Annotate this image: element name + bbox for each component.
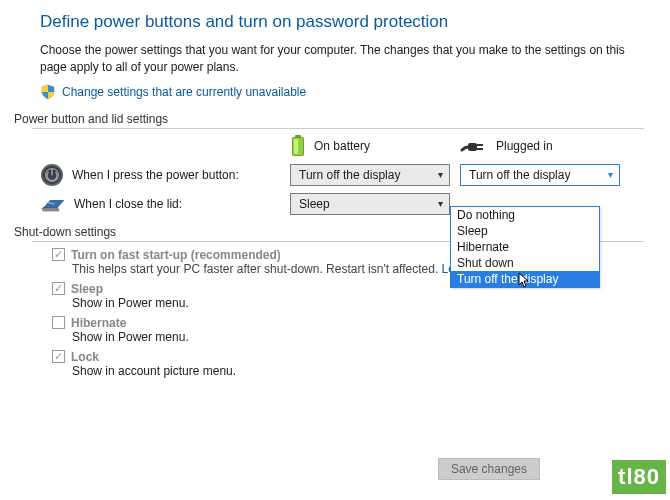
dropdown-option[interactable]: Sleep xyxy=(451,223,599,239)
plug-icon xyxy=(460,138,488,154)
svg-rect-4 xyxy=(468,143,477,151)
hibernate-checkbox[interactable] xyxy=(52,316,65,329)
svg-rect-3 xyxy=(294,139,298,154)
hibernate-desc: Show in Power menu. xyxy=(72,330,644,344)
page-title: Define power buttons and turn on passwor… xyxy=(40,12,644,32)
save-changes-button[interactable]: Save changes xyxy=(438,458,540,480)
power-button-icon xyxy=(40,163,64,187)
power-action-dropdown[interactable]: Do nothing Sleep Hibernate Shut down Tur… xyxy=(450,206,600,288)
svg-rect-6 xyxy=(477,148,483,150)
power-button-battery-select[interactable]: Turn off the display ▾ xyxy=(290,164,450,186)
fast-startup-desc: This helps start your PC faster after sh… xyxy=(72,262,442,276)
svg-rect-5 xyxy=(477,144,483,146)
page-description: Choose the power settings that you want … xyxy=(40,42,644,76)
dropdown-option-selected[interactable]: Turn off the display xyxy=(451,271,599,287)
fast-startup-label: Turn on fast start-up (recommended) xyxy=(71,248,281,262)
lock-desc: Show in account picture menu. xyxy=(72,364,644,378)
power-button-row-label: When I press the power button: xyxy=(72,168,239,182)
shield-icon xyxy=(40,84,56,100)
sleep-checkbox[interactable] xyxy=(52,282,65,295)
lock-checkbox[interactable] xyxy=(52,350,65,363)
chevron-down-icon: ▾ xyxy=(438,169,443,180)
close-lid-battery-select[interactable]: Sleep ▾ xyxy=(290,193,450,215)
sleep-label: Sleep xyxy=(71,282,103,296)
column-on-battery-label: On battery xyxy=(314,139,370,153)
chevron-down-icon: ▾ xyxy=(608,169,613,180)
dropdown-option[interactable]: Shut down xyxy=(451,255,599,271)
dropdown-option[interactable]: Do nothing xyxy=(451,207,599,223)
sleep-desc: Show in Power menu. xyxy=(72,296,644,310)
chevron-down-icon: ▾ xyxy=(438,198,443,209)
section-power-button-label: Power button and lid settings xyxy=(14,112,644,126)
change-settings-link[interactable]: Change settings that are currently unava… xyxy=(62,85,306,99)
divider xyxy=(32,128,644,129)
lid-icon xyxy=(40,194,66,214)
fast-startup-checkbox[interactable] xyxy=(52,248,65,261)
dropdown-option[interactable]: Hibernate xyxy=(451,239,599,255)
battery-icon xyxy=(290,135,306,157)
select-value: Turn off the display xyxy=(299,168,400,182)
select-value: Sleep xyxy=(299,197,330,211)
watermark: tl80 xyxy=(612,460,666,494)
lock-label: Lock xyxy=(71,350,99,364)
select-value: Turn off the display xyxy=(469,168,570,182)
hibernate-label: Hibernate xyxy=(71,316,126,330)
close-lid-row-label: When I close the lid: xyxy=(74,197,182,211)
power-button-plugged-select[interactable]: Turn off the display ▾ xyxy=(460,164,620,186)
column-plugged-in-label: Plugged in xyxy=(496,139,553,153)
